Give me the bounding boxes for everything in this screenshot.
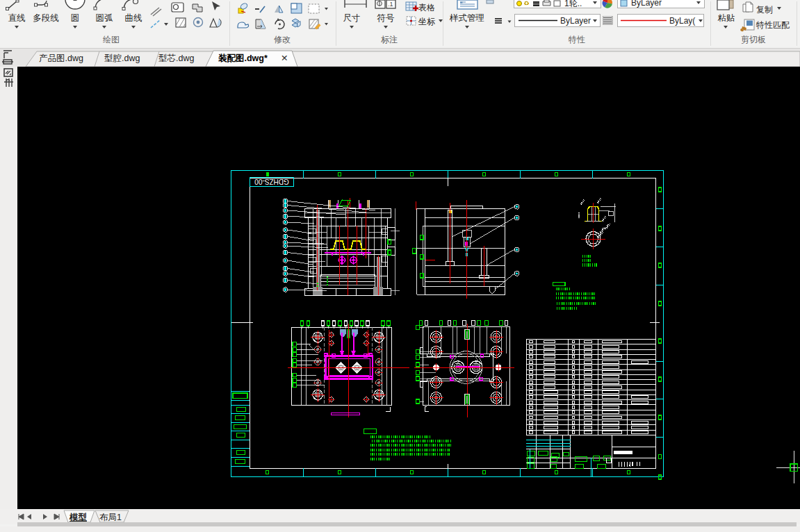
svg-text:GDHZS-00: GDHZS-00 [254, 178, 289, 185]
svg-text:.1: .1 [388, 1, 393, 8]
